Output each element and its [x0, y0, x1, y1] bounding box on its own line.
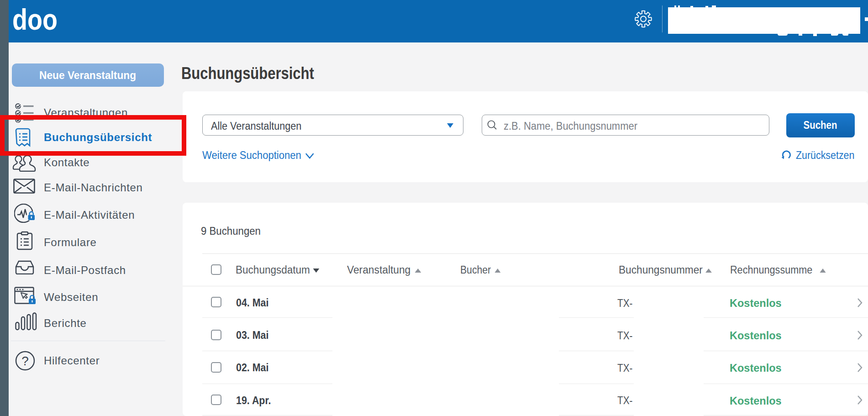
svg-text:?: ?: [21, 354, 29, 368]
